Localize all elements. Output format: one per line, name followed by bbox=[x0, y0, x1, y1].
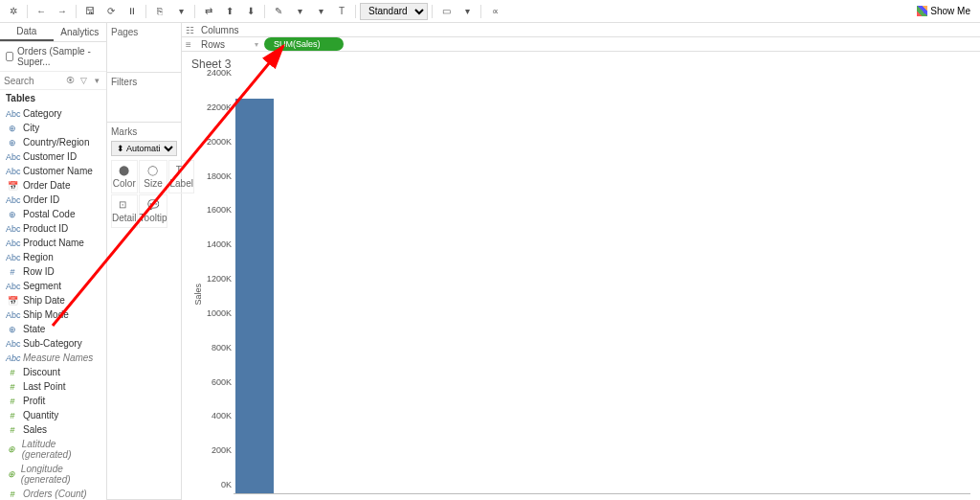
rows-shelf[interactable]: SUM(Sales) bbox=[264, 37, 976, 51]
field-type-icon: Abc bbox=[6, 224, 19, 234]
pause-icon[interactable]: ⏸ bbox=[122, 3, 142, 20]
save-icon[interactable]: 🖫 bbox=[80, 3, 100, 20]
field-discount[interactable]: #Discount bbox=[0, 365, 106, 379]
field-type-icon: ⊕ bbox=[6, 469, 17, 479]
field-postal-code[interactable]: ⊕Postal Code bbox=[0, 207, 106, 221]
bar-mark[interactable] bbox=[235, 99, 274, 493]
field-product-id[interactable]: AbcProduct ID bbox=[0, 221, 106, 236]
y-axis-label: Sales bbox=[193, 284, 203, 306]
forward-icon[interactable]: → bbox=[53, 3, 72, 20]
field-label: State bbox=[23, 324, 45, 334]
field-type-icon: # bbox=[6, 425, 19, 435]
swap-icon[interactable]: ⇄ bbox=[199, 3, 218, 20]
field-type-icon: ⊕ bbox=[6, 138, 19, 148]
data-source-label: Orders (Sample - Super... bbox=[17, 46, 100, 67]
field-type-icon: # bbox=[6, 267, 19, 277]
y-tick: 0K bbox=[221, 480, 232, 489]
field-orders-count-[interactable]: #Orders (Count) bbox=[0, 487, 106, 500]
chart-view[interactable]: Sales 0K200K400K600K800K1000K1200K1400K1… bbox=[191, 73, 970, 494]
labels-icon[interactable]: T bbox=[332, 3, 351, 20]
field-customer-id[interactable]: AbcCustomer ID bbox=[0, 149, 106, 164]
field-label: Ship Date bbox=[23, 295, 65, 306]
field-type-icon: ⊕ bbox=[6, 210, 19, 219]
highlight-icon[interactable]: ✎ bbox=[269, 3, 288, 20]
field-type-icon: # bbox=[6, 489, 19, 499]
sort-asc-icon[interactable]: ⬆ bbox=[220, 3, 239, 20]
rows-dropdown-icon[interactable]: ▾ bbox=[255, 40, 258, 49]
size-icon: ◯ bbox=[147, 165, 159, 176]
field-quantity[interactable]: #Quantity bbox=[0, 408, 106, 422]
field-type-icon: Abc bbox=[6, 109, 19, 119]
filter-icon[interactable]: ⦿ bbox=[64, 75, 76, 86]
field-type-icon: Abc bbox=[6, 282, 19, 291]
share-icon[interactable]: ∝ bbox=[485, 3, 504, 20]
field-category[interactable]: AbcCategory bbox=[0, 106, 106, 121]
field-sub-category[interactable]: AbcSub-Category bbox=[0, 336, 106, 351]
field-type-icon: ⊕ bbox=[6, 325, 19, 334]
duplicate-icon[interactable]: ▾ bbox=[171, 3, 190, 20]
field-ship-date[interactable]: 📅Ship Date bbox=[0, 293, 106, 307]
field-measure-names[interactable]: AbcMeasure Names bbox=[0, 351, 106, 365]
field-label: Profit bbox=[23, 396, 45, 406]
present-icon[interactable]: ▭ bbox=[436, 3, 456, 20]
field-label: Product Name bbox=[23, 238, 84, 248]
sheet-title[interactable]: Sheet 3 bbox=[191, 57, 970, 71]
mark-label: Color bbox=[113, 178, 136, 189]
field-label: City bbox=[23, 123, 39, 133]
field-profit[interactable]: #Profit bbox=[0, 394, 106, 408]
show-me-button[interactable]: Show Me bbox=[911, 4, 976, 18]
field-type-icon: # bbox=[6, 368, 19, 377]
menu-icon[interactable]: ▾ bbox=[91, 75, 102, 86]
y-tick: 800K bbox=[212, 343, 232, 352]
field-order-date[interactable]: 📅Order Date bbox=[0, 178, 106, 193]
color-icon: ⬤ bbox=[119, 165, 130, 176]
field-row-id[interactable]: #Row ID bbox=[0, 264, 106, 279]
field-label: Sales bbox=[23, 424, 47, 435]
group-icon[interactable]: ▾ bbox=[290, 3, 309, 20]
new-datasource-icon[interactable]: ⟳ bbox=[101, 3, 121, 20]
field-city[interactable]: ⊕City bbox=[0, 121, 106, 135]
field-longitude-generated-[interactable]: ⊕Longitude (generated) bbox=[0, 462, 106, 487]
y-tick: 2400K bbox=[207, 68, 232, 78]
search-input[interactable] bbox=[4, 76, 62, 86]
field-order-id[interactable]: AbcOrder ID bbox=[0, 193, 106, 207]
back-icon[interactable]: ← bbox=[32, 3, 51, 20]
marks-type-select[interactable]: ⬍ Automatic bbox=[111, 141, 177, 156]
sort-desc-icon[interactable]: ⬇ bbox=[241, 3, 260, 20]
field-state[interactable]: ⊕State bbox=[0, 322, 106, 336]
mark-tooltip[interactable]: 💬Tooltip bbox=[139, 194, 168, 228]
mark-detail[interactable]: ⊡Detail bbox=[111, 194, 138, 228]
y-tick: 1400K bbox=[207, 239, 232, 249]
field-label: Segment bbox=[23, 281, 61, 291]
y-tick: 2000K bbox=[207, 137, 232, 147]
field-label: Longitude (generated) bbox=[21, 464, 100, 485]
field-segment[interactable]: AbcSegment bbox=[0, 279, 106, 293]
data-source-item[interactable]: Orders (Sample - Super... bbox=[0, 42, 106, 72]
field-last-point[interactable]: #Last Point bbox=[0, 379, 106, 394]
field-product-name[interactable]: AbcProduct Name bbox=[0, 236, 106, 250]
tab-analytics[interactable]: Analytics bbox=[54, 23, 107, 41]
mark-label: Size bbox=[144, 178, 162, 189]
new-worksheet-icon[interactable]: ⎘ bbox=[150, 3, 169, 20]
field-type-icon: Abc bbox=[6, 152, 19, 162]
field-customer-name[interactable]: AbcCustomer Name bbox=[0, 164, 106, 178]
detail-icon: ⊡ bbox=[119, 199, 130, 211]
tableau-logo-icon[interactable]: ✲ bbox=[4, 3, 23, 20]
field-sales[interactable]: #Sales bbox=[0, 422, 106, 437]
tab-data[interactable]: Data bbox=[0, 23, 54, 41]
pages-shelf[interactable] bbox=[111, 41, 177, 68]
field-label: Postal Code bbox=[23, 209, 75, 219]
present-dropdown-icon[interactable]: ▾ bbox=[457, 3, 477, 20]
filters-shelf[interactable] bbox=[111, 91, 177, 118]
fit-select[interactable]: Standard bbox=[360, 3, 428, 20]
row-pill-sum-sales[interactable]: SUM(Sales) bbox=[264, 37, 344, 51]
field-country-region[interactable]: ⊕Country/Region bbox=[0, 135, 106, 149]
field-region[interactable]: AbcRegion bbox=[0, 250, 106, 264]
totals-icon[interactable]: ▾ bbox=[311, 3, 330, 20]
find-icon[interactable]: ▽ bbox=[78, 75, 89, 86]
mark-color[interactable]: ⬤Color bbox=[111, 160, 138, 193]
columns-shelf[interactable] bbox=[255, 23, 976, 36]
mark-size[interactable]: ◯Size bbox=[139, 160, 168, 193]
field-ship-mode[interactable]: AbcShip Mode bbox=[0, 307, 106, 322]
field-latitude-generated-[interactable]: ⊕Latitude (generated) bbox=[0, 437, 106, 462]
